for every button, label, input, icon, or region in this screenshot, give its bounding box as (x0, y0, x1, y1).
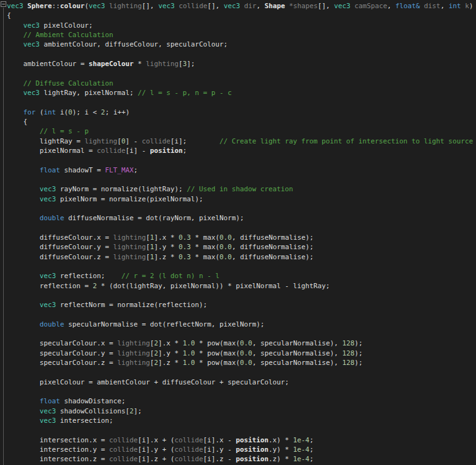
code-line[interactable]: float shadowT = FLT_MAX; (7, 165, 476, 175)
code-line[interactable]: diffuseColour.y = lighting[1].y * 0.3 * … (7, 242, 476, 252)
code-line[interactable] (7, 223, 476, 233)
code-line[interactable] (7, 204, 476, 213)
code-line[interactable] (7, 387, 476, 396)
code-line[interactable]: vec3 pixelColour; (7, 21, 476, 30)
code-line[interactable] (7, 262, 476, 271)
code-line[interactable]: { (7, 11, 476, 20)
code-line[interactable]: intersection.x = collide[i].x + (collide… (7, 435, 476, 445)
code-line[interactable]: diffuseColour.z = lighting[1].z * 0.3 * … (7, 252, 476, 262)
scope-guide-line (3, 8, 4, 465)
code-line[interactable]: lightRay = lighting[0] - collide[i]; // … (7, 137, 476, 146)
code-line[interactable]: pixelNormal = collide[i] - position; (7, 146, 476, 155)
code-line[interactable]: double diffuseNormalise = dot(rayNorm, p… (7, 213, 476, 223)
code-line[interactable]: float shadowDistance; (7, 396, 476, 406)
code-line[interactable]: vec3 intersection; (7, 416, 476, 425)
code-line[interactable]: specularColour.y = lighting[2].y * 1.0 *… (7, 349, 476, 358)
code-editor[interactable]: − vec3 Sphere::colour(vec3 lighting[], v… (0, 0, 476, 465)
code-line[interactable]: pixelColour = ambientColour + diffuseCol… (7, 378, 476, 387)
code-line[interactable]: reflection = 2 * (dot(lightRay, pixelNor… (7, 281, 476, 291)
code-line[interactable]: vec3 rayNorm = normalize(lightRay); // U… (7, 184, 476, 194)
code-line[interactable]: intersection.y = collide[i].y + (collide… (7, 445, 476, 454)
code-line[interactable]: vec3 pixelNorm = normalize(pixelNormal); (7, 194, 476, 204)
code-line[interactable]: vec3 Sphere::colour(vec3 lighting[], vec… (7, 1, 476, 11)
code-line[interactable]: { (7, 117, 476, 126)
code-line[interactable] (7, 69, 476, 78)
code-line[interactable] (7, 425, 476, 435)
code-line[interactable]: // Diffuse Calculation (7, 79, 476, 88)
code-line[interactable] (7, 329, 476, 339)
code-line[interactable] (7, 175, 476, 184)
code-line[interactable]: // Ambient Calculation (7, 30, 476, 40)
code-line[interactable] (7, 98, 476, 107)
code-line[interactable] (7, 367, 476, 377)
code-line[interactable] (7, 310, 476, 320)
code-line[interactable]: vec3 reflectNorm = normalize(reflection)… (7, 300, 476, 310)
code-line[interactable]: intersection.z = collide[i].z + (collide… (7, 454, 476, 464)
code-line[interactable]: specularColour.z = lighting[2].z * 1.0 *… (7, 358, 476, 367)
code-line[interactable]: diffuseColour.x = lighting[1].x * 0.3 * … (7, 233, 476, 242)
code-line[interactable]: vec3 shadowCollisions[2]; (7, 406, 476, 416)
code-line[interactable] (7, 155, 476, 165)
code-line[interactable]: ambientColour = shapeColour * lighting[3… (7, 59, 476, 69)
code-line[interactable]: for (int i(0); i < 2; i++) (7, 108, 476, 117)
code-line[interactable] (7, 50, 476, 59)
code-line[interactable]: vec3 ambientColour, diffuseColour, specu… (7, 40, 476, 49)
code-line[interactable] (7, 291, 476, 300)
fold-collapse-icon[interactable]: − (1, 1, 6, 7)
code-line[interactable]: specularColour.x = lighting[2].x * 1.0 *… (7, 339, 476, 348)
code-line[interactable]: // l = s - p (7, 126, 476, 136)
code-line[interactable]: double specularNormalise = dot(reflectNo… (7, 320, 476, 329)
editor-gutter: − (0, 0, 7, 465)
code-area[interactable]: vec3 Sphere::colour(vec3 lighting[], vec… (7, 1, 476, 464)
code-line[interactable]: vec3 lightRay, pixelNormal; // l = s - p… (7, 88, 476, 98)
code-line[interactable]: vec3 reflection; // r = 2 (l dot n) n - … (7, 271, 476, 281)
